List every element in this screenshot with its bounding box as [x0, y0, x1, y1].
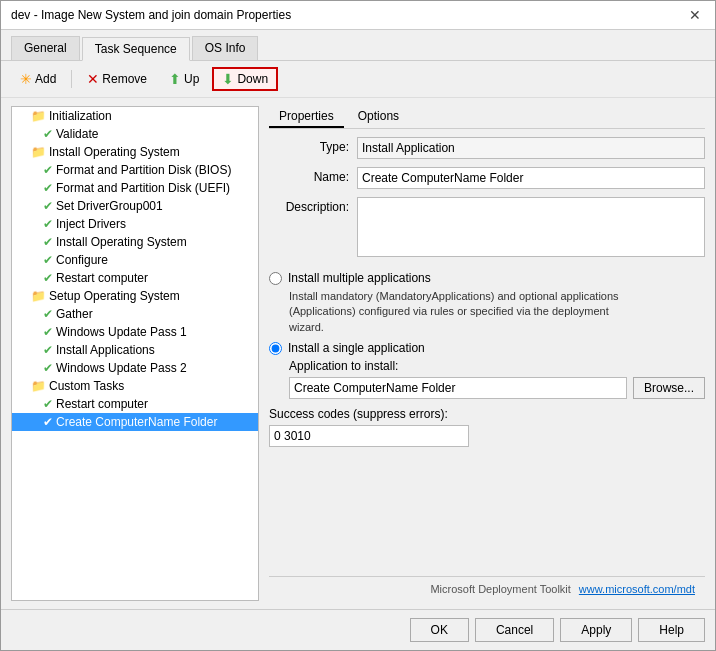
name-label: Name:	[269, 167, 349, 184]
toolbar-separator-1	[71, 70, 72, 88]
up-label: Up	[184, 72, 199, 86]
node-label-win-update-2: Windows Update Pass 2	[56, 361, 187, 375]
node-label-inject-drivers: Inject Drivers	[56, 217, 126, 231]
props-tab-options[interactable]: Options	[348, 106, 409, 128]
tree-node-validate[interactable]: ✔ Validate	[12, 125, 258, 143]
node-label-init: Initialization	[49, 109, 112, 123]
type-row: Type:	[269, 137, 705, 159]
node-label-win-update-1: Windows Update Pass 1	[56, 325, 187, 339]
tree-node-init[interactable]: 📁 Initialization	[12, 107, 258, 125]
toolbar: ✳ Add ✕ Remove ⬆ Up ⬇ Down	[1, 61, 715, 98]
up-button[interactable]: ⬆ Up	[160, 68, 208, 90]
node-label-set-driver: Set DriverGroup001	[56, 199, 163, 213]
type-label: Type:	[269, 137, 349, 154]
tab-os-info[interactable]: OS Info	[192, 36, 259, 60]
add-icon: ✳	[20, 71, 32, 87]
app-to-install-label: Application to install:	[289, 359, 705, 373]
tab-task-sequence[interactable]: Task Sequence	[82, 37, 190, 61]
footer-info: Microsoft Deployment Toolkit www.microso…	[269, 576, 705, 601]
node-label-restart1: Restart computer	[56, 271, 148, 285]
radio-multiple-desc: Install mandatory (MandatoryApplications…	[289, 289, 629, 335]
props-tab-properties[interactable]: Properties	[269, 106, 344, 128]
check-icon-gather: ✔	[43, 307, 53, 321]
tree-node-install-os-step[interactable]: ✔ Install Operating System	[12, 233, 258, 251]
check-icon-restart1: ✔	[43, 271, 53, 285]
mdt-link[interactable]: www.microsoft.com/mdt	[579, 583, 695, 595]
success-codes-input[interactable]	[269, 425, 469, 447]
apply-button[interactable]: Apply	[560, 618, 632, 642]
check-icon-inject-drivers: ✔	[43, 217, 53, 231]
check-icon-format-bios: ✔	[43, 163, 53, 177]
tabs-bar: General Task Sequence OS Info	[1, 30, 715, 61]
check-icon-format-uefi: ✔	[43, 181, 53, 195]
tree-panel[interactable]: 📁 Initialization ✔ Validate 📁 Install Op…	[11, 106, 259, 601]
tab-general[interactable]: General	[11, 36, 80, 60]
bottom-buttons: OK Cancel Apply Help	[1, 609, 715, 650]
tree-node-restart2[interactable]: ✔ Restart computer	[12, 395, 258, 413]
check-icon-win-update-2: ✔	[43, 361, 53, 375]
form-section: Type: Name: Description: Inst	[269, 137, 705, 576]
folder-icon-4: 📁	[31, 379, 46, 393]
tree-node-win-update-1[interactable]: ✔ Windows Update Pass 1	[12, 323, 258, 341]
add-label: Add	[35, 72, 56, 86]
radio-single-row: Install a single application	[269, 341, 705, 355]
radio-section: Install multiple applications Install ma…	[269, 271, 705, 447]
remove-icon: ✕	[87, 71, 99, 87]
name-row: Name:	[269, 167, 705, 189]
main-content: 📁 Initialization ✔ Validate 📁 Install Op…	[1, 98, 715, 609]
type-input[interactable]	[357, 137, 705, 159]
close-button[interactable]: ✕	[685, 7, 705, 23]
tree-node-install-apps[interactable]: ✔ Install Applications	[12, 341, 258, 359]
add-button[interactable]: ✳ Add	[11, 68, 65, 90]
check-icon-restart2: ✔	[43, 397, 53, 411]
node-label-create-folder: Create ComputerName Folder	[56, 415, 217, 429]
tree-node-format-bios[interactable]: ✔ Format and Partition Disk (BIOS)	[12, 161, 258, 179]
node-label-restart2: Restart computer	[56, 397, 148, 411]
description-input[interactable]	[357, 197, 705, 257]
tree-node-install-os[interactable]: 📁 Install Operating System	[12, 143, 258, 161]
radio-multiple[interactable]	[269, 272, 282, 285]
tree-node-format-uefi[interactable]: ✔ Format and Partition Disk (UEFI)	[12, 179, 258, 197]
node-label-format-uefi: Format and Partition Disk (UEFI)	[56, 181, 230, 195]
props-tabs: Properties Options	[269, 106, 705, 129]
tree-node-gather[interactable]: ✔ Gather	[12, 305, 258, 323]
radio-multiple-label[interactable]: Install multiple applications	[288, 271, 431, 285]
remove-button[interactable]: ✕ Remove	[78, 68, 156, 90]
tree-node-inject-drivers[interactable]: ✔ Inject Drivers	[12, 215, 258, 233]
radio-single-label[interactable]: Install a single application	[288, 341, 425, 355]
check-icon-validate: ✔	[43, 127, 53, 141]
node-label-setup-os: Setup Operating System	[49, 289, 180, 303]
name-input[interactable]	[357, 167, 705, 189]
ok-button[interactable]: OK	[410, 618, 469, 642]
folder-icon: 📁	[31, 109, 46, 123]
success-section: Success codes (suppress errors):	[269, 407, 705, 447]
tree-node-create-folder[interactable]: ✔ Create ComputerName Folder	[12, 413, 258, 431]
node-label-custom-tasks: Custom Tasks	[49, 379, 124, 393]
folder-icon-3: 📁	[31, 289, 46, 303]
node-label-configure: Configure	[56, 253, 108, 267]
node-label-install-apps: Install Applications	[56, 343, 155, 357]
folder-icon-2: 📁	[31, 145, 46, 159]
node-label-gather: Gather	[56, 307, 93, 321]
check-icon-create-folder: ✔	[43, 415, 53, 429]
tree-node-set-driver[interactable]: ✔ Set DriverGroup001	[12, 197, 258, 215]
help-button[interactable]: Help	[638, 618, 705, 642]
node-label-install-os: Install Operating System	[49, 145, 180, 159]
tree-node-restart1[interactable]: ✔ Restart computer	[12, 269, 258, 287]
radio-single[interactable]	[269, 342, 282, 355]
browse-button[interactable]: Browse...	[633, 377, 705, 399]
up-icon: ⬆	[169, 71, 181, 87]
tree-node-configure[interactable]: ✔ Configure	[12, 251, 258, 269]
tree-node-custom-tasks[interactable]: 📁 Custom Tasks	[12, 377, 258, 395]
properties-panel: Properties Options Type: Name: Descripti…	[269, 106, 705, 601]
check-icon-set-driver: ✔	[43, 199, 53, 213]
app-install-section: Application to install: Browse...	[269, 359, 705, 399]
down-button[interactable]: ⬇ Down	[212, 67, 278, 91]
tree-node-win-update-2[interactable]: ✔ Windows Update Pass 2	[12, 359, 258, 377]
check-icon-configure: ✔	[43, 253, 53, 267]
success-codes-label: Success codes (suppress errors):	[269, 407, 705, 421]
tree-node-setup-os[interactable]: 📁 Setup Operating System	[12, 287, 258, 305]
app-install-input[interactable]	[289, 377, 627, 399]
cancel-button[interactable]: Cancel	[475, 618, 554, 642]
check-icon-win-update-1: ✔	[43, 325, 53, 339]
